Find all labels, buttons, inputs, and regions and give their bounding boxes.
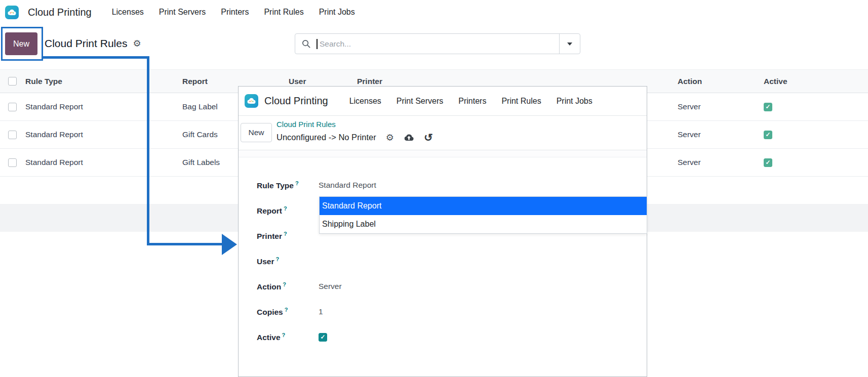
cloud-printing-logo-icon[interactable] xyxy=(245,94,258,108)
cell-rule-type: Standard Report xyxy=(20,130,177,139)
active-checkbox[interactable]: ✓ xyxy=(319,333,327,342)
cell-action: Server xyxy=(668,102,755,111)
main-topbar: Cloud Printing Licenses Print Servers Pr… xyxy=(0,0,868,24)
field-label: Printer? xyxy=(257,231,319,241)
nav-item-licenses[interactable]: Licenses xyxy=(112,8,144,17)
nav-item-print-jobs[interactable]: Print Jobs xyxy=(557,97,593,106)
row-checkbox[interactable] xyxy=(8,103,17,111)
help-icon: ? xyxy=(283,281,286,287)
gear-icon[interactable]: ⚙ xyxy=(386,133,394,142)
annotation-arrow-segment xyxy=(147,56,149,245)
help-icon: ? xyxy=(282,332,286,338)
help-icon: ? xyxy=(295,180,299,186)
row-checkbox[interactable] xyxy=(8,158,17,167)
field-label: Report? xyxy=(257,205,319,216)
gear-icon[interactable]: ⚙ xyxy=(133,39,141,48)
col-header-rule-type[interactable]: Rule Type xyxy=(20,77,177,86)
nav-item-printers[interactable]: Printers xyxy=(221,8,249,17)
help-icon: ? xyxy=(275,256,279,262)
main-nav: Licenses Print Servers Printers Print Ru… xyxy=(112,8,355,17)
record-title-line: Unconfigured -> No Printer ⚙ ↺ xyxy=(277,132,432,143)
app-title[interactable]: Cloud Printing xyxy=(264,95,328,107)
sheet-divider xyxy=(239,150,647,157)
cloud-printing-logo-icon[interactable] xyxy=(5,6,19,19)
rule-type-field[interactable]: Standard Report xyxy=(319,181,376,190)
inset-topbar: Cloud Printing Licenses Print Servers Pr… xyxy=(239,87,647,116)
nav-item-licenses[interactable]: Licenses xyxy=(349,97,381,106)
copies-field[interactable]: 1 xyxy=(319,307,323,316)
cell-rule-type: Standard Report xyxy=(20,102,177,111)
nav-item-print-rules[interactable]: Print Rules xyxy=(264,8,303,17)
form-row-user: User? xyxy=(257,248,647,274)
col-header-printer[interactable]: Printer xyxy=(344,77,461,86)
search-icon xyxy=(301,39,311,49)
nav-item-print-servers[interactable]: Print Servers xyxy=(397,97,443,106)
cell-rule-type: Standard Report xyxy=(20,158,177,167)
field-label: Active? xyxy=(257,332,319,342)
check-icon: ✓ xyxy=(765,131,770,138)
app-title[interactable]: Cloud Printing xyxy=(28,7,92,18)
new-button[interactable]: New xyxy=(5,32,37,55)
field-label: Action? xyxy=(257,281,319,291)
check-icon: ✓ xyxy=(320,333,325,341)
field-label: User? xyxy=(257,256,319,266)
page-title-text: Cloud Print Rules xyxy=(45,37,127,50)
record-title: Unconfigured -> No Printer xyxy=(277,133,376,142)
row-checkbox[interactable] xyxy=(8,131,17,139)
help-icon: ? xyxy=(284,205,287,212)
active-checkbox[interactable]: ✓ xyxy=(764,103,772,111)
active-checkbox[interactable]: ✓ xyxy=(764,131,772,139)
new-button[interactable]: New xyxy=(241,123,272,142)
nav-item-print-rules[interactable]: Print Rules xyxy=(501,97,541,106)
annotation-arrow-segment xyxy=(147,243,223,245)
page-title: Cloud Print Rules ⚙ xyxy=(45,37,141,50)
active-checkbox[interactable]: ✓ xyxy=(764,158,772,167)
discard-undo-icon[interactable]: ↺ xyxy=(424,132,433,143)
cell-action: Server xyxy=(668,130,755,139)
help-icon: ? xyxy=(284,231,287,237)
inset-nav: Licenses Print Servers Printers Print Ru… xyxy=(349,97,593,106)
form-row-action: Action? Server xyxy=(257,274,647,299)
nav-item-print-jobs[interactable]: Print Jobs xyxy=(319,8,355,17)
nav-item-print-servers[interactable]: Print Servers xyxy=(159,8,206,17)
report-dropdown: Standard Report Shipping Label xyxy=(319,196,647,234)
field-label: Copies? xyxy=(257,307,319,317)
dropdown-option-selected[interactable]: Standard Report xyxy=(320,197,647,215)
form-row-rule-type: Rule Type? Standard Report xyxy=(257,173,647,198)
select-all-checkbox[interactable] xyxy=(8,77,17,86)
print-rule-form: Rule Type? Standard Report Report? Print… xyxy=(239,157,647,350)
search-bar[interactable] xyxy=(295,33,580,54)
col-header-report[interactable]: Report xyxy=(177,77,284,86)
inset-form-window: Cloud Printing Licenses Print Servers Pr… xyxy=(238,86,647,377)
field-label: Rule Type? xyxy=(257,180,319,190)
col-header-action[interactable]: Action xyxy=(668,77,755,86)
dropdown-option[interactable]: Shipping Label xyxy=(320,215,647,233)
search-input[interactable] xyxy=(318,39,559,49)
search-filter-dropdown-button[interactable] xyxy=(559,34,580,54)
page: Cloud Printing Licenses Print Servers Pr… xyxy=(0,0,868,377)
col-header-user[interactable]: User xyxy=(284,77,344,86)
cell-action: Server xyxy=(668,158,755,167)
help-icon: ? xyxy=(285,307,288,313)
annotation-arrow-segment xyxy=(43,56,148,59)
form-row-active: Active? ✓ xyxy=(257,324,647,350)
caret-down-icon xyxy=(567,43,572,46)
check-icon: ✓ xyxy=(765,159,770,166)
action-field[interactable]: Server xyxy=(319,282,342,291)
inset-control-panel: New Cloud Print Rules Unconfigured -> No… xyxy=(239,116,647,150)
annotation-arrow-head xyxy=(222,234,237,255)
form-row-copies: Copies? 1 xyxy=(257,299,647,324)
col-header-active[interactable]: Active xyxy=(755,77,868,86)
breadcrumb[interactable]: Cloud Print Rules xyxy=(277,120,336,129)
check-icon: ✓ xyxy=(765,103,770,110)
cloud-upload-icon[interactable] xyxy=(404,133,414,142)
nav-item-printers[interactable]: Printers xyxy=(458,97,486,106)
